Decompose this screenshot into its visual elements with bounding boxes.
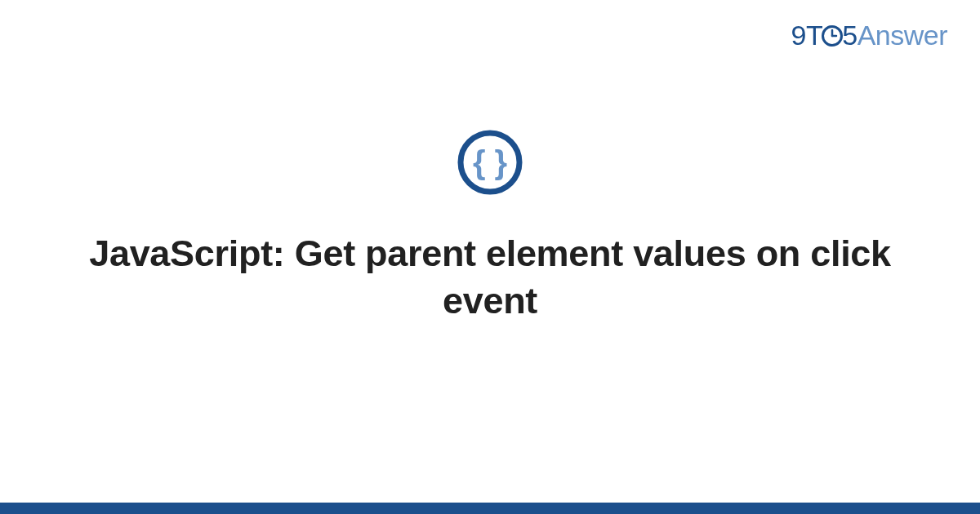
logo-five: 5 (842, 20, 857, 51)
logo-answer: Answer (858, 20, 947, 51)
logo-t: T (806, 20, 822, 51)
code-braces-icon: { } (457, 129, 523, 199)
page-title: JavaScript: Get parent element values on… (0, 230, 980, 324)
clock-icon (821, 22, 844, 54)
svg-text:{ }: { } (473, 144, 507, 180)
logo-nine: 9 (791, 20, 806, 51)
brand-logo: 9T5Answer (791, 20, 948, 51)
bottom-accent-bar (0, 503, 980, 514)
